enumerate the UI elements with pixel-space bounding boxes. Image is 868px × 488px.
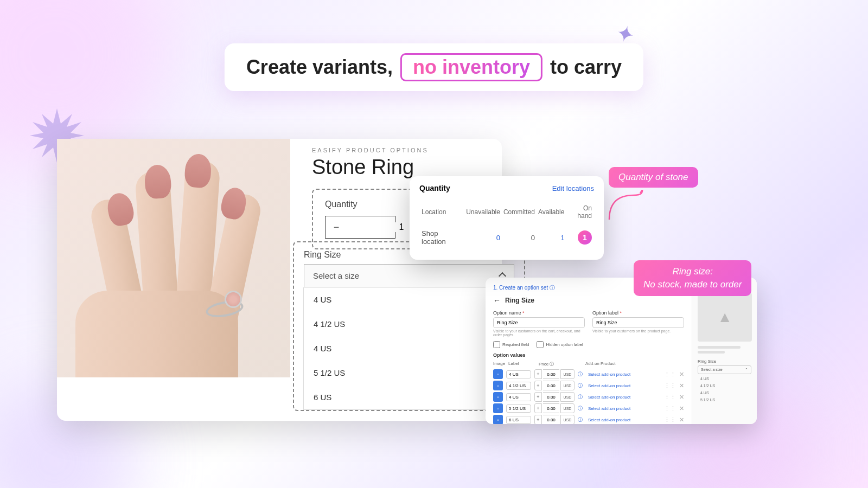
select-addon-link[interactable]: Select add-on product: [588, 383, 630, 388]
select-addon-link[interactable]: Select add-on product: [588, 395, 630, 400]
arrow-icon: [607, 190, 650, 222]
option-name-label: Option name *: [493, 310, 585, 316]
headline-pre: Create variants,: [246, 56, 393, 79]
qty-decrease-button[interactable]: −: [326, 216, 347, 238]
preview-skeleton: [698, 346, 751, 354]
preview-option[interactable]: 4 US: [698, 389, 751, 396]
select-addon-link[interactable]: Select add-on product: [588, 372, 630, 377]
preview-select[interactable]: Select a size⌃: [698, 365, 751, 374]
back-arrow-icon[interactable]: ←: [493, 296, 501, 305]
drag-icon[interactable]: ⋮⋮: [664, 416, 676, 423]
edit-locations-link[interactable]: Edit locations: [552, 184, 594, 192]
option-label-label: Option label *: [592, 310, 684, 316]
option-values-label: Option values: [493, 352, 684, 358]
callout-ring-line2: No stock, made to order: [643, 278, 742, 291]
ring-size-placeholder: Select a size: [313, 271, 359, 280]
option-label-input[interactable]: [506, 393, 531, 401]
info-icon: ⓘ: [550, 285, 555, 291]
option-image-icon[interactable]: ▫: [493, 381, 503, 390]
product-title: Stone Ring: [312, 156, 480, 179]
price-plus-icon[interactable]: +: [534, 381, 542, 390]
ring-size-option[interactable]: 4 US: [304, 287, 514, 312]
col-addon: Add-on Product: [585, 361, 616, 367]
product-brand: EASIFY PRODUCT OPTIONS: [312, 147, 480, 153]
ring-size-option[interactable]: 6 US: [304, 385, 514, 409]
delete-icon[interactable]: ✕: [679, 371, 684, 378]
option-label-help: Visible to your customers on the product…: [592, 329, 684, 333]
headline-post: to carry: [550, 56, 622, 79]
currency-label: USD: [560, 381, 575, 390]
cell-available[interactable]: 1: [537, 224, 565, 251]
currency-label: USD: [560, 403, 575, 413]
cell-onhand: 1: [566, 224, 593, 251]
ring-size-option[interactable]: 4 US: [304, 336, 514, 361]
preview-option[interactable]: 5 1/2 US: [698, 396, 751, 403]
col-image: Image: [493, 361, 503, 367]
price-input[interactable]: [543, 392, 559, 402]
drag-icon[interactable]: ⋮⋮: [664, 405, 676, 412]
select-addon-link[interactable]: Select add-on product: [588, 406, 630, 411]
select-addon-link[interactable]: Select add-on product: [588, 418, 630, 422]
col-committed: Committed: [502, 201, 536, 223]
cell-committed: 0: [502, 224, 536, 251]
preview-option[interactable]: 4 1/2 US: [698, 382, 751, 389]
drag-icon[interactable]: ⋮⋮: [664, 382, 676, 389]
option-value-row: ▫ + USD ⓘ Select add-on product ⋮⋮✕: [493, 415, 684, 424]
price-plus-icon[interactable]: +: [534, 392, 542, 402]
option-image-icon[interactable]: ▫: [493, 369, 503, 379]
currency-label: USD: [560, 415, 575, 424]
col-onhand: On hand: [566, 201, 593, 223]
price-input[interactable]: [543, 369, 559, 379]
delete-icon[interactable]: ✕: [679, 382, 684, 389]
price-plus-icon[interactable]: +: [534, 369, 542, 379]
inventory-title: Quantity: [419, 184, 450, 192]
preview-option[interactable]: 4 US: [698, 375, 751, 382]
info-icon: ⓘ: [578, 394, 583, 401]
admin-title: Ring Size: [505, 297, 534, 304]
callout-ring-size: Ring size: No stock, made to order: [634, 260, 751, 296]
col-available: Available: [537, 201, 565, 223]
hidden-checkbox[interactable]: Hidden option label: [537, 341, 583, 348]
price-input[interactable]: [543, 415, 559, 424]
option-label-input[interactable]: [506, 370, 531, 378]
option-label-input[interactable]: [506, 416, 531, 424]
callout-quantity: Quantity of stone: [609, 167, 698, 188]
price-input[interactable]: [543, 381, 559, 390]
drag-icon[interactable]: ⋮⋮: [664, 371, 676, 378]
option-name-input[interactable]: [493, 317, 585, 328]
ring-size-select[interactable]: Select a size: [304, 264, 514, 287]
cell-unavailable[interactable]: 0: [465, 224, 501, 251]
info-icon: ⓘ: [578, 382, 583, 389]
drag-icon[interactable]: ⋮⋮: [664, 394, 676, 401]
col-label: Label: [508, 361, 533, 367]
currency-label: USD: [560, 392, 575, 402]
currency-label: USD: [560, 369, 575, 379]
inventory-card: Quantity Edit locations Location Unavail…: [410, 176, 604, 260]
col-unavailable: Unavailable: [465, 201, 501, 223]
callout-ring-line1: Ring size:: [643, 265, 742, 278]
price-plus-icon[interactable]: +: [534, 415, 542, 424]
option-label-input[interactable]: [592, 317, 684, 328]
info-icon: ⓘ: [578, 371, 583, 378]
ring-size-dropdown: 4 US 4 1/2 US 4 US 5 1/2 US 6 US: [303, 287, 515, 410]
ring-size-option[interactable]: 5 1/2 US: [304, 361, 514, 385]
option-value-row: ▫ + USD ⓘ Select add-on product ⋮⋮✕: [493, 381, 684, 390]
delete-icon[interactable]: ✕: [679, 405, 684, 412]
col-location: Location: [420, 201, 464, 223]
info-icon: ⓘ: [578, 416, 583, 423]
col-price: Price ⓘ: [539, 361, 580, 367]
option-image-icon[interactable]: ▫: [493, 415, 503, 424]
price-input[interactable]: [543, 403, 559, 413]
preview-image-placeholder: ▲: [698, 293, 752, 342]
required-checkbox[interactable]: Required field: [493, 341, 529, 348]
price-plus-icon[interactable]: +: [534, 403, 542, 413]
option-image-icon[interactable]: ▫: [493, 392, 503, 402]
delete-icon[interactable]: ✕: [679, 394, 684, 401]
option-label-input[interactable]: [506, 404, 531, 413]
option-label-input[interactable]: [506, 382, 531, 390]
option-image-icon[interactable]: ▫: [493, 403, 503, 413]
info-icon: ⓘ: [578, 405, 583, 412]
product-image: [57, 139, 290, 377]
ring-size-option[interactable]: 4 1/2 US: [304, 312, 514, 336]
delete-icon[interactable]: ✕: [679, 416, 684, 423]
